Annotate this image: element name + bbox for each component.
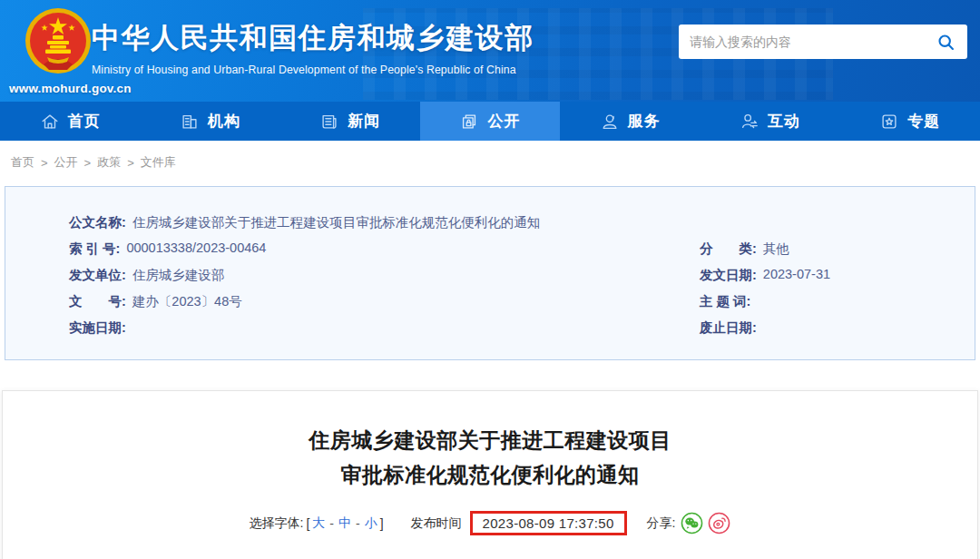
- bracket: [: [306, 516, 309, 531]
- issuer-value: 住房城乡建设部: [132, 267, 225, 284]
- publish-time-label: 发布时间: [411, 515, 462, 532]
- meta-row: 公文名称: 住房城乡建设部关于推进工程建设项目审批标准化规范化便利化的通知: [5, 210, 975, 236]
- font-size-medium[interactable]: 中: [338, 515, 351, 532]
- article-card: 住房城乡建设部关于推进工程建设项目 审批标准化规范化便利化的通知 选择字体: […: [2, 390, 978, 559]
- doc-number-value: 建办〔2023〕48号: [132, 293, 242, 310]
- meta-row: 索 引 号: 000013338/2023-00464 分 类: 其他: [5, 236, 975, 262]
- font-size-large[interactable]: 大: [312, 515, 325, 532]
- weibo-share-icon[interactable]: [708, 512, 730, 534]
- nav-item-organization[interactable]: 机构: [140, 102, 279, 141]
- nav-item-home[interactable]: 首页: [0, 102, 140, 141]
- font-separator: -: [329, 516, 334, 531]
- meta-row: 实施日期: 废止日期:: [5, 315, 975, 341]
- breadcrumb-library[interactable]: 文件库: [141, 154, 176, 171]
- nav-item-interaction[interactable]: 互动: [700, 102, 839, 141]
- site-title-english: Ministry of Housing and Urban-Rural Deve…: [92, 64, 534, 76]
- font-size-small[interactable]: 小: [365, 515, 377, 532]
- search-icon[interactable]: [935, 31, 956, 53]
- site-title: 中华人民共和国住房和城乡建设部: [92, 19, 534, 57]
- meta-row: 发文单位: 住房城乡建设部 发文日期: 2023-07-31: [5, 262, 975, 289]
- doc-name-label: 公文名称:: [69, 214, 126, 231]
- index-number-value: 000013338/2023-00464: [126, 240, 266, 258]
- font-picker-label: 选择字体:: [250, 515, 304, 532]
- article-title: 住房城乡建设部关于推进工程建设项目 审批标准化规范化便利化的通知: [3, 423, 977, 492]
- font-size-picker: 选择字体: [ 大 - 中 - 小 ]: [250, 515, 384, 532]
- nav-item-news[interactable]: 新闻: [280, 102, 420, 141]
- keywords-label: 主 题 词:: [700, 293, 750, 310]
- breadcrumb-separator: >: [84, 156, 92, 170]
- service-icon: [600, 112, 620, 132]
- issue-date-label: 发文日期:: [700, 267, 757, 284]
- nav-item-disclosure[interactable]: 公开: [420, 102, 560, 141]
- national-emblem-icon: [20, 5, 96, 81]
- share-label: 分享:: [647, 515, 676, 532]
- nav-item-service[interactable]: 服务: [560, 102, 700, 141]
- organization-icon: [180, 112, 200, 132]
- search-input[interactable]: [690, 34, 935, 49]
- issue-date-value: 2023-07-31: [763, 267, 830, 284]
- article-toolbar: 选择字体: [ 大 - 中 - 小 ] 发布时间 2023-08-09 17:3…: [3, 511, 977, 535]
- breadcrumb-separator: >: [127, 156, 134, 170]
- breadcrumb-policy[interactable]: 政策: [97, 154, 121, 171]
- issuer-label: 发文单位:: [69, 267, 126, 284]
- news-icon: [319, 112, 339, 132]
- site-header: www.mohurd.gov.cn 中华人民共和国住房和城乡建设部 Minist…: [0, 0, 980, 102]
- effective-date-label: 实施日期:: [69, 319, 126, 337]
- publish-time-highlight: 2023-08-09 17:37:50: [470, 511, 627, 535]
- breadcrumb-disclosure[interactable]: 公开: [54, 154, 78, 171]
- publish-time-value: 2023-08-09 17:37:50: [483, 515, 614, 531]
- home-icon: [40, 112, 60, 132]
- repeal-date-label: 废止日期:: [700, 319, 757, 337]
- bracket: ]: [380, 516, 384, 531]
- main-nav: 首页 机构 新闻 公开 服务 互动: [0, 102, 980, 141]
- font-separator: -: [356, 516, 360, 531]
- wechat-share-icon[interactable]: [681, 512, 703, 534]
- meta-row: 文 号: 建办〔2023〕48号 主 题 词:: [5, 289, 975, 315]
- disclosure-icon: [459, 112, 479, 132]
- breadcrumb-separator: >: [41, 156, 48, 170]
- category-label: 分 类:: [700, 240, 757, 258]
- category-value: 其他: [763, 240, 789, 258]
- topics-icon: [879, 112, 899, 132]
- doc-name-value: 住房城乡建设部关于推进工程建设项目审批标准化规范化便利化的通知: [132, 214, 541, 231]
- interaction-icon: [740, 112, 760, 132]
- nav-item-topics[interactable]: 专题: [840, 102, 980, 141]
- breadcrumb-home[interactable]: 首页: [11, 154, 34, 171]
- search-bar: [679, 25, 967, 59]
- doc-number-label: 文 号:: [69, 293, 126, 310]
- index-number-label: 索 引 号:: [69, 240, 120, 258]
- document-meta-card: 公文名称: 住房城乡建设部关于推进工程建设项目审批标准化规范化便利化的通知 索 …: [5, 186, 975, 360]
- breadcrumb: 首页 > 公开 > 政策 > 文件库: [0, 141, 980, 184]
- site-url: www.mohurd.gov.cn: [9, 82, 132, 95]
